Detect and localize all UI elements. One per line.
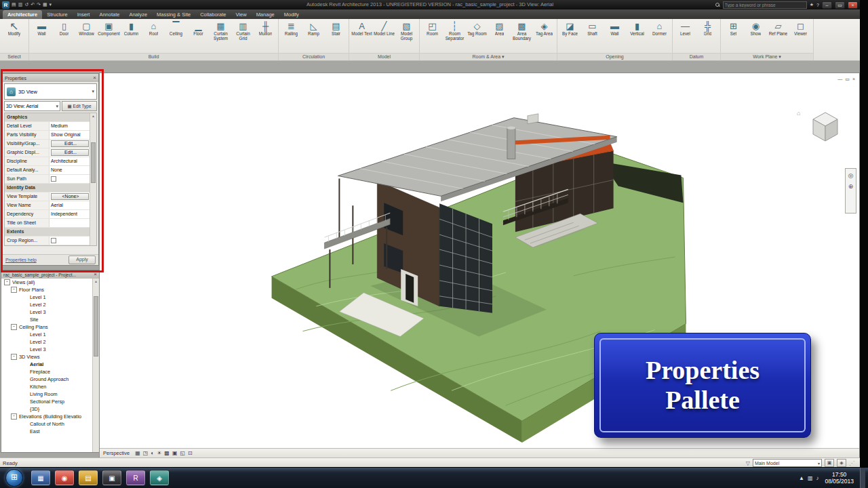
- ribbon-tool[interactable]: ◻ Viewer: [789, 20, 812, 41]
- tree-item[interactable]: Site: [1, 316, 93, 323]
- save-icon[interactable]: ▥: [18, 1, 23, 9]
- ribbon-tool[interactable]: ⊞ Set: [722, 20, 745, 41]
- scrollbar-thumb[interactable]: [94, 296, 98, 357]
- property-row[interactable]: Parts Visibility Show Original: [5, 131, 90, 140]
- ribbon-tab[interactable]: Collaborate: [195, 10, 231, 19]
- properties-close-icon[interactable]: ×: [93, 75, 96, 81]
- ribbon-tool[interactable]: — Level: [674, 20, 696, 41]
- tree-item[interactable]: − Floor Plans: [1, 286, 93, 293]
- tree-item[interactable]: Sectional Persp: [1, 398, 93, 405]
- ribbon-tool[interactable]: ◺ Ramp: [302, 20, 325, 41]
- tree-item[interactable]: Level 2: [1, 301, 93, 308]
- undo-icon[interactable]: ↶: [31, 1, 35, 9]
- ribbon-tool[interactable]: ▣ Component: [98, 20, 120, 41]
- property-row[interactable]: View Template <None>: [5, 192, 90, 201]
- ribbon-tool[interactable]: ◉ Show: [745, 20, 767, 41]
- resize-grip[interactable]: ⋰: [849, 460, 854, 466]
- type-selector[interactable]: ⌂ 3D View ▾: [4, 83, 97, 100]
- property-value[interactable]: Medium: [50, 122, 90, 130]
- crop-view-icon[interactable]: ◱: [180, 449, 185, 458]
- scroll-up-icon[interactable]: ▲: [90, 113, 96, 119]
- view-instance-selector[interactable]: 3D View: Aerial ▾: [4, 101, 60, 111]
- apply-button[interactable]: Apply: [68, 256, 96, 264]
- property-value[interactable]: <None>: [51, 193, 89, 200]
- ribbon-tab[interactable]: Annotate: [94, 10, 124, 19]
- filter-icon[interactable]: ▽: [746, 460, 750, 467]
- panel-label-circulation[interactable]: Circulation: [279, 53, 349, 60]
- ribbon-tool[interactable]: ╫ Mullion: [254, 20, 277, 41]
- viewcube[interactable]: ⌂: [797, 108, 844, 146]
- view-scale-label[interactable]: Perspective: [103, 450, 130, 456]
- panel-label-select[interactable]: Select: [0, 53, 28, 60]
- ribbon-tool[interactable]: ◪ By Face: [559, 20, 581, 41]
- property-value[interactable]: None: [50, 166, 90, 174]
- property-row[interactable]: Visibility/Grap... Edit...: [5, 140, 90, 148]
- tray-expand-icon[interactable]: ▲: [799, 475, 804, 481]
- taskbar-app-dark[interactable]: ▣: [102, 470, 121, 485]
- ribbon-tool[interactable]: ↖ Modify: [1, 20, 27, 41]
- panel-label-room-area[interactable]: Room & Area ▾: [420, 53, 557, 60]
- ribbon-tab[interactable]: Analyze: [124, 10, 152, 19]
- tree-item[interactable]: − Elevations (Building Elevatio: [1, 413, 93, 420]
- ribbon-tool[interactable]: ▱ Ref Plane: [767, 20, 789, 41]
- property-value[interactable]: [50, 219, 90, 227]
- view-scale-icon[interactable]: ▦: [135, 449, 140, 458]
- tree-item[interactable]: Level 3: [1, 308, 93, 316]
- property-row[interactable]: Detail Level Medium: [5, 122, 90, 131]
- property-row[interactable]: Identity Data: [5, 184, 90, 192]
- visual-style-icon[interactable]: ◐: [151, 449, 154, 458]
- sync-icon[interactable]: ↺: [24, 1, 28, 9]
- taskbar-app-blue[interactable]: ▦: [31, 470, 50, 485]
- ribbon-tool[interactable]: A Model Text: [351, 20, 373, 41]
- taskbar-app-teal[interactable]: ◈: [150, 470, 169, 485]
- ribbon-tab[interactable]: Structure: [42, 10, 72, 19]
- browser-close-icon[interactable]: ×: [94, 271, 97, 278]
- ribbon-tool[interactable]: ▮ Column: [120, 20, 142, 41]
- tree-expander-icon[interactable]: −: [11, 413, 17, 420]
- ribbon-tool[interactable]: ≣ Railing: [280, 20, 302, 41]
- shadows-icon[interactable]: ▩: [164, 449, 170, 458]
- tree-expander-icon[interactable]: −: [11, 354, 17, 360]
- tree-expander-icon[interactable]: −: [11, 287, 17, 293]
- qat-menu-icon[interactable]: ▾: [50, 1, 52, 9]
- properties-scrollbar[interactable]: ▲: [90, 113, 96, 245]
- property-value[interactable]: [50, 175, 90, 183]
- exclude-options-toggle[interactable]: ◈: [837, 459, 846, 467]
- view-close-icon[interactable]: ×: [852, 77, 855, 82]
- ribbon-tool[interactable]: ┆ Room Separator: [443, 20, 466, 41]
- taskbar-folder[interactable]: ▤: [79, 470, 98, 485]
- view-minimize-icon[interactable]: —: [837, 77, 842, 82]
- volume-icon[interactable]: ♪: [816, 475, 818, 481]
- ribbon-tool[interactable]: ⌂ Dormer: [648, 20, 671, 41]
- infocenter-search-input[interactable]: [723, 1, 807, 9]
- property-value[interactable]: Edit...: [51, 149, 89, 156]
- property-row[interactable]: View Name Aerial: [5, 201, 90, 210]
- viewcube-home-icon[interactable]: ⌂: [797, 110, 800, 117]
- property-row[interactable]: Sun Path: [5, 175, 90, 184]
- property-row[interactable]: Discipline Architectural: [5, 157, 90, 166]
- ribbon-tool[interactable]: ▮ Vertical: [626, 20, 648, 41]
- tree-item[interactable]: Callout of North: [1, 420, 93, 428]
- view-restore-icon[interactable]: ▭: [845, 77, 850, 82]
- tree-item[interactable]: {3D}: [1, 405, 93, 413]
- tray-clock[interactable]: 17:50 08/05/2013: [825, 471, 854, 485]
- scrollbar-thumb[interactable]: [91, 142, 96, 184]
- minimize-button[interactable]: –: [822, 1, 832, 9]
- property-row[interactable]: Default Analy... None: [5, 166, 90, 175]
- favorites-icon[interactable]: ★: [810, 2, 814, 7]
- property-value[interactable]: [50, 237, 90, 245]
- ribbon-tool[interactable]: ▩ Area Boundary: [511, 20, 533, 41]
- ribbon-tool[interactable]: ▧ Model Group: [395, 20, 418, 41]
- ribbon-tool[interactable]: ⌂ Roof: [142, 20, 165, 41]
- maximize-button[interactable]: ▭: [835, 1, 845, 9]
- help-icon[interactable]: ?: [816, 3, 819, 7]
- property-row[interactable]: Graphics: [5, 113, 90, 122]
- ribbon-tool[interactable]: ▬ Wall: [31, 20, 53, 41]
- tree-item[interactable]: Level 2: [1, 338, 93, 346]
- property-row[interactable]: Graphic Displ... Edit...: [5, 148, 90, 157]
- editable-only-toggle[interactable]: ▣: [825, 459, 834, 467]
- ribbon-tool[interactable]: ▭ Shaft: [581, 20, 604, 41]
- ribbon-tool[interactable]: ▔ Ceiling: [165, 20, 187, 41]
- ribbon-tool[interactable]: ╬ Grid: [696, 20, 719, 41]
- scroll-up-icon[interactable]: ▲: [93, 279, 99, 284]
